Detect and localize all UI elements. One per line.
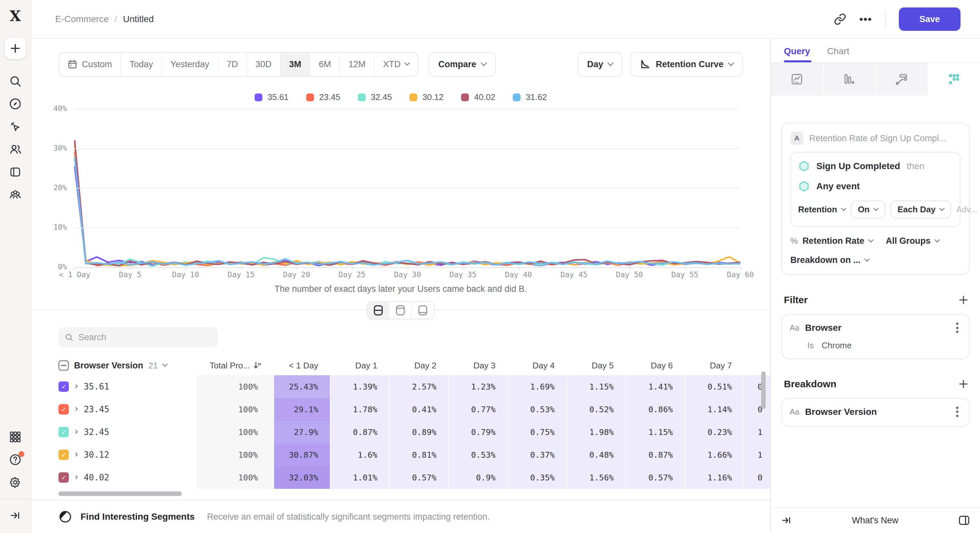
boards-icon[interactable]	[4, 161, 26, 183]
day-column-header[interactable]: Day 2	[390, 361, 448, 371]
day0-cell[interactable]: 30.87%	[274, 443, 330, 466]
row-checkbox[interactable]: ✓	[59, 427, 69, 437]
day-cell[interactable]: 0.87%	[331, 421, 389, 443]
filter-operator[interactable]: Is	[807, 341, 814, 351]
chevron-down-icon[interactable]	[162, 362, 168, 367]
day-cell[interactable]: 0.87%	[626, 443, 684, 466]
date-range-xtd[interactable]: XTD	[375, 52, 418, 76]
day-cell[interactable]: 1.23%	[449, 375, 507, 398]
breadcrumb-project[interactable]: E-Commerce	[55, 14, 109, 24]
series-line-40.02[interactable]	[75, 140, 740, 266]
legend-item[interactable]: 32.45	[358, 92, 392, 102]
day-cell[interactable]: 0	[744, 466, 770, 489]
table-search[interactable]	[59, 327, 218, 347]
legend-item[interactable]: 35.61	[255, 92, 289, 102]
day-cell[interactable]: 2.57%	[390, 375, 448, 398]
row-checkbox[interactable]: ✓	[59, 450, 69, 460]
series-line-32.45[interactable]	[75, 157, 740, 266]
layout-panel-icon[interactable]	[959, 515, 970, 525]
collapse-panel-icon[interactable]	[781, 515, 792, 525]
add-filter-icon[interactable]	[959, 295, 968, 305]
expand-row-icon[interactable]: ›	[73, 472, 79, 482]
day-cell[interactable]: 0.77%	[449, 398, 507, 421]
date-range-30d[interactable]: 30D	[247, 52, 281, 76]
day-cell[interactable]: 1.14%	[685, 398, 744, 421]
total-column-header[interactable]: Total Pro...	[197, 361, 274, 371]
event-row-return[interactable]: Any event	[798, 181, 953, 192]
filter-value[interactable]: Chrome	[821, 341, 851, 351]
day-cell[interactable]: 0.23%	[685, 421, 744, 443]
legend-item[interactable]: 31.62	[513, 92, 547, 102]
filter-menu-icon[interactable]: •••	[953, 322, 961, 334]
expand-row-icon[interactable]: ›	[73, 427, 79, 436]
help-icon[interactable]	[4, 449, 26, 471]
copy-link-icon[interactable]	[834, 13, 846, 25]
filter-property[interactable]: Browser	[805, 323, 948, 333]
day-cell[interactable]: 0.81%	[390, 443, 448, 466]
date-range-yesterday[interactable]: Yesterday	[162, 52, 218, 76]
report-insights-icon[interactable]	[771, 63, 824, 95]
day-cell[interactable]: 1.39%	[331, 375, 389, 398]
groups-dropdown[interactable]: All Groups	[886, 236, 931, 246]
day-cell[interactable]: 0.75%	[508, 421, 566, 443]
mixpanel-logo-icon[interactable]: X	[10, 9, 21, 23]
report-flows-icon[interactable]	[876, 63, 928, 95]
day-cell[interactable]: 1.69%	[508, 375, 566, 398]
vertical-scrollbar[interactable]	[761, 371, 766, 409]
cohorts-icon[interactable]	[4, 184, 26, 206]
metric-dropdown[interactable]: Retention Rate	[802, 236, 864, 246]
day-cell[interactable]: 1.15%	[567, 375, 625, 398]
breakdown-on-dropdown[interactable]: Breakdown on ...	[791, 255, 861, 265]
find-segments-link[interactable]: Find Interesting Segments	[81, 512, 195, 522]
day-cell[interactable]: 0.35%	[508, 466, 566, 489]
event-row-first[interactable]: Sign Up Completed then	[798, 160, 953, 172]
compass-icon[interactable]	[4, 93, 26, 115]
settings-gear-icon[interactable]	[4, 471, 26, 493]
day-cell[interactable]: 0	[744, 375, 770, 398]
search-icon[interactable]	[4, 70, 26, 92]
day-cell[interactable]: 1.16%	[685, 466, 744, 489]
legend-item[interactable]: 23.45	[306, 92, 340, 102]
expand-row-icon[interactable]: ›	[73, 404, 79, 414]
retention-type-dropdown[interactable]: Retention	[798, 205, 846, 214]
date-range-today[interactable]: Today	[121, 52, 162, 76]
breakdown-property[interactable]: Browser Version	[805, 407, 948, 417]
series-line-23.45[interactable]	[75, 152, 740, 265]
day-cell[interactable]: 1.66%	[685, 443, 744, 466]
breadcrumb-report-name[interactable]: Untitled	[123, 14, 154, 24]
whats-new-link[interactable]: What's New	[792, 516, 959, 525]
report-funnels-icon[interactable]	[824, 63, 876, 95]
add-breakdown-icon[interactable]	[959, 379, 968, 389]
horizontal-scrollbar[interactable]	[59, 492, 182, 496]
date-range-custom[interactable]: Custom	[59, 52, 121, 76]
day-column-header[interactable]: Day 5	[567, 361, 625, 371]
day-cell[interactable]: 0.53%	[449, 443, 507, 466]
compare-button[interactable]: Compare	[429, 52, 496, 77]
day-column-header[interactable]: Day 1	[331, 361, 389, 371]
chart-type-dropdown[interactable]: Retention Curve	[630, 52, 743, 77]
day-cell[interactable]: 1.78%	[331, 398, 389, 421]
toggle-split-view[interactable]	[368, 302, 390, 319]
more-options-icon[interactable]: •••	[859, 13, 872, 25]
granularity-dropdown[interactable]: Day	[578, 52, 623, 77]
row-checkbox[interactable]: ✓	[59, 472, 69, 483]
breakdown-column-header[interactable]: Browser Version	[74, 361, 143, 371]
legend-item[interactable]: 30.12	[409, 92, 444, 102]
day0-cell[interactable]: 32.03%	[274, 466, 330, 489]
day-column-header[interactable]: Day 6	[626, 361, 684, 371]
retention-line-chart[interactable]: 40%30%20%10%0%	[75, 109, 740, 267]
toggle-table-only[interactable]	[412, 302, 434, 319]
day-cell[interactable]: 0.52%	[567, 398, 625, 421]
day-cell[interactable]: 0.57%	[626, 466, 684, 489]
series-line-31.62[interactable]	[75, 159, 740, 265]
day-cell[interactable]: 0.89%	[390, 421, 448, 443]
day-cell[interactable]: 1.41%	[626, 375, 684, 398]
day-cell[interactable]: 1.6%	[331, 443, 389, 466]
create-new-button[interactable]	[5, 38, 26, 59]
day-cell[interactable]: 0.48%	[567, 443, 625, 466]
date-range-3m[interactable]: 3M	[280, 52, 310, 76]
report-retention-icon[interactable]	[928, 63, 980, 95]
tab-chart[interactable]: Chart	[827, 46, 849, 62]
day0-cell[interactable]: 25.43%	[274, 375, 330, 398]
expand-row-icon[interactable]: ›	[73, 381, 79, 391]
